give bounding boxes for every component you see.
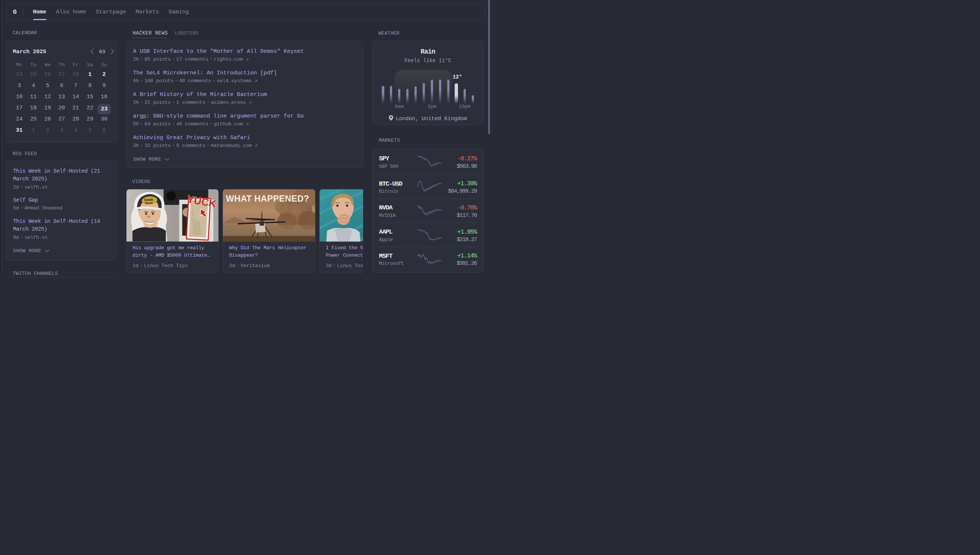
svg-text:Squad: Squad: [145, 202, 152, 205]
svg-text:WHAT HAPPENED?: WHAT HAPPENED?: [226, 194, 309, 204]
svg-text:Geek: Geek: [144, 197, 153, 202]
